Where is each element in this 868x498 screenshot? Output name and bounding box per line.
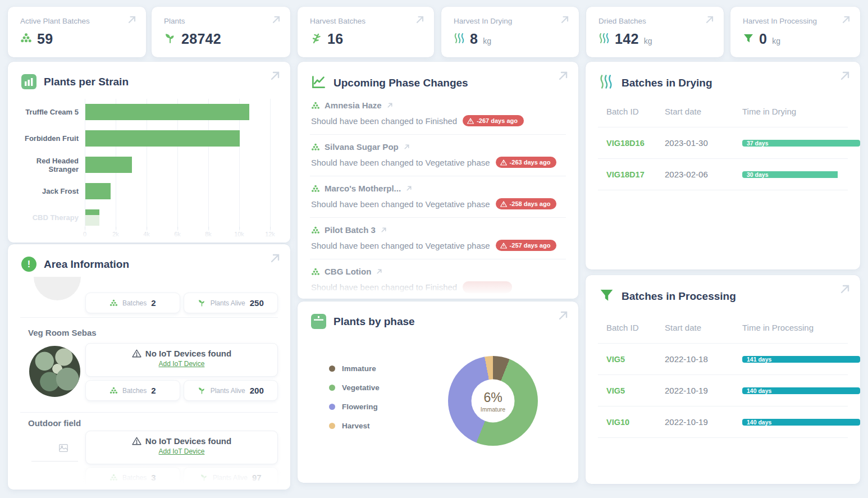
expand-arrow-icon[interactable] — [838, 69, 852, 85]
external-link-icon[interactable] — [403, 143, 410, 150]
warning-triangle-icon — [500, 243, 507, 249]
col-batch-id: Batch ID — [586, 323, 665, 332]
kpi-unit: kg — [483, 36, 491, 47]
batch-name-link[interactable]: Pilot Batch 3 — [325, 225, 376, 235]
table-row: VIG10 2022-10-19 140 days — [586, 406, 860, 437]
external-link-icon[interactable] — [405, 185, 413, 192]
phase-change-item: Silvana Sugar Pop Should have been chang… — [298, 135, 578, 176]
batch-name-link[interactable]: Marco's Motherpl... — [325, 184, 401, 193]
upcoming-phase-changes-card: Upcoming Phase Changes Amnesia Haze Shou… — [298, 62, 578, 299]
expand-arrow-icon[interactable] — [556, 309, 570, 325]
batches-chip: Batches 3 — [85, 467, 180, 488]
batch-name-link[interactable]: Silvana Sugar Pop — [325, 142, 399, 152]
kpi-card-active-plant-batches: Active Plant Batches 59 — [8, 7, 146, 57]
table-row: VIG5 2022-10-19 140 days — [586, 375, 860, 406]
chip-value: 250 — [250, 298, 264, 308]
col-time-in-drying: Time in Drying — [742, 107, 860, 116]
phase-change-list[interactable]: Amnesia Haze Should have been changed to… — [298, 93, 578, 299]
legend-dot — [329, 404, 335, 410]
broken-image-placeholder — [29, 433, 80, 484]
kpi-label: Plants — [164, 17, 279, 25]
col-start-date: Start date — [665, 323, 742, 332]
col-batch-id: Batch ID — [586, 107, 665, 116]
external-link-icon[interactable] — [380, 226, 387, 234]
add-iot-device-link[interactable]: Add IoT Device — [159, 447, 205, 455]
expand-arrow-icon[interactable] — [840, 14, 852, 28]
chip-label: Plants Alive — [211, 299, 245, 307]
legend-dot — [329, 385, 335, 391]
external-link-icon[interactable] — [386, 102, 394, 109]
iot-warning-text: No IoT Devices found — [145, 436, 231, 446]
area-information-card: ! Area Information Batches 2 Plants Aliv… — [8, 244, 290, 490]
batch-id-link[interactable]: VIG18D17 — [606, 170, 645, 179]
batch-id-link[interactable]: VIG18D16 — [606, 139, 645, 148]
legend-item-harvest[interactable]: Harvest — [329, 422, 380, 430]
table-row: VIG18D17 2023-02-06 30 days — [586, 159, 860, 190]
table-row: VIG18D16 2023-01-30 37 days — [586, 127, 860, 158]
legend-item-immature[interactable]: Immature — [329, 364, 380, 373]
start-date: 2023-01-30 — [665, 138, 742, 148]
phase-change-text: Should have been changed to Vegetative p… — [311, 199, 490, 209]
expand-arrow-icon[interactable] — [414, 14, 426, 28]
strain-bar — [85, 157, 132, 173]
chip-value: 97 — [252, 473, 262, 482]
batch-cluster-icon — [311, 226, 320, 235]
time-progress-bar: 141 days — [742, 356, 860, 363]
strain-row: CBD Therapy — [8, 204, 290, 231]
add-iot-device-link[interactable]: Add IoT Device — [159, 360, 205, 368]
overdue-badge: -257 days ago — [496, 240, 557, 251]
legend-dot — [329, 365, 335, 372]
seedling-icon — [164, 32, 176, 47]
area-name: Veg Room Sebas — [28, 328, 97, 337]
drying-waves-icon — [599, 74, 614, 92]
kpi-label: Harvest In Processing — [743, 17, 849, 25]
x-tick: 4k — [143, 231, 150, 237]
card-title: Plants by phase — [334, 316, 415, 328]
start-date: 2022-10-19 — [665, 386, 742, 395]
phase-change-item: Pilot Batch 3 Should have been changed t… — [298, 218, 578, 259]
chip-label: Plants Alive — [211, 387, 245, 395]
alert-circle-icon: ! — [21, 257, 36, 272]
funnel-icon — [743, 33, 754, 46]
start-date: 2023-02-06 — [665, 170, 742, 179]
kpi-label: Active Plant Batches — [20, 17, 135, 25]
legend-item-vegetative[interactable]: Vegetative — [329, 383, 380, 392]
chip-value: 2 — [151, 386, 156, 395]
strain-bar — [85, 209, 99, 226]
harvest-leaf-icon — [310, 32, 322, 47]
legend-item-flowering[interactable]: Flowering — [329, 403, 380, 411]
expand-arrow-icon[interactable] — [838, 282, 852, 298]
expand-arrow-icon[interactable] — [556, 69, 570, 85]
expand-arrow-icon[interactable] — [268, 252, 282, 267]
batch-name-link[interactable]: Amnesia Haze — [325, 100, 382, 110]
time-progress-bar: 37 days — [742, 140, 860, 147]
chip-label: Batches — [122, 387, 147, 395]
area-photo — [29, 346, 80, 397]
start-date: 2022-10-19 — [665, 417, 742, 427]
donut-legend: Immature Vegetative Flowering Harvest — [329, 364, 380, 441]
time-progress-bar: 30 days — [742, 171, 860, 178]
strain-label: Red Headed Stranger — [8, 157, 85, 173]
chip-value: 2 — [151, 298, 156, 308]
batch-id-link[interactable]: VIG5 — [606, 355, 625, 364]
phase-change-item: CBG Lotion Should have been changed to F… — [298, 259, 578, 299]
area-list[interactable]: Batches 2 Plants Alive 250 Veg Room Seba… — [8, 277, 290, 490]
batch-cluster-icon — [311, 101, 320, 110]
card-title: Area Information — [44, 258, 129, 271]
expand-arrow-icon[interactable] — [559, 14, 570, 28]
external-link-icon[interactable] — [376, 268, 383, 275]
divider — [598, 190, 848, 190]
expand-arrow-icon[interactable] — [271, 14, 282, 28]
batch-name-link[interactable]: CBG Lotion — [325, 267, 371, 276]
batch-id-link[interactable]: VIG10 — [606, 418, 629, 427]
expand-arrow-icon[interactable] — [704, 14, 715, 28]
kpi-card-harvest-in-processing: Harvest In Processing 0 kg — [730, 7, 860, 57]
kpi-value: 59 — [37, 31, 53, 47]
expand-arrow-icon[interactable] — [126, 14, 138, 28]
batches-chip: Batches 2 — [85, 293, 180, 313]
col-start-date: Start date — [665, 107, 742, 116]
batches-in-drying-card: Batches in Drying Batch ID Start date Ti… — [586, 62, 860, 269]
batch-id-link[interactable]: VIG5 — [606, 386, 625, 395]
expand-arrow-icon[interactable] — [268, 69, 282, 85]
kpi-unit: kg — [772, 36, 780, 47]
